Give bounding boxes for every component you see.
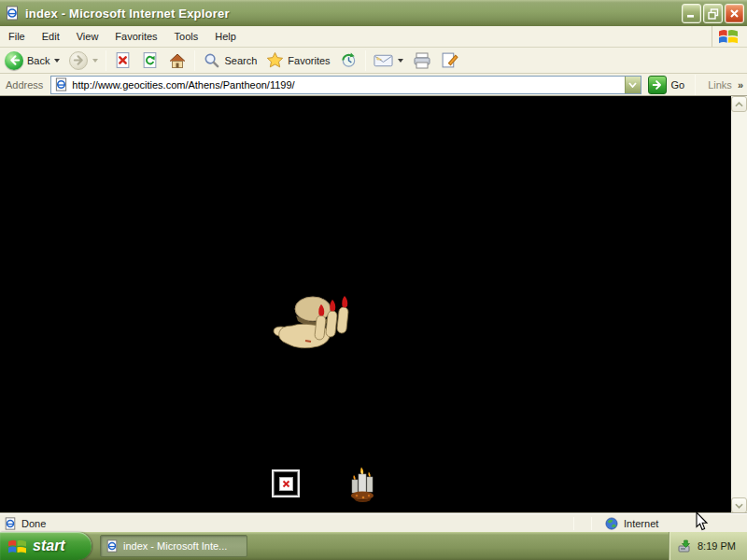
status-bar: Done Internet [0, 513, 747, 532]
security-zone: Internet [605, 514, 658, 533]
menu-bar: File Edit View Favorites Tools Help [0, 26, 747, 48]
address-label: Address [6, 79, 43, 91]
address-dropdown-button[interactable] [625, 77, 641, 93]
search-icon [203, 51, 220, 69]
back-icon [5, 51, 23, 70]
menu-file[interactable]: File [0, 28, 34, 45]
minimize-button[interactable] [682, 4, 701, 23]
menu-favorites[interactable]: Favorites [106, 28, 165, 45]
pointing-hand-image [272, 295, 358, 355]
taskbar-task-button[interactable]: index - Microsoft Inte... [100, 535, 247, 557]
restore-button[interactable] [703, 4, 723, 23]
menu-edit[interactable]: Edit [34, 28, 68, 45]
broken-image-icon [279, 477, 293, 491]
taskbar: start index - Microsoft Inte... 8:19 PM [0, 532, 747, 560]
links-label[interactable]: Links [708, 79, 732, 91]
taskbar-clock[interactable]: 8:19 PM [698, 540, 736, 552]
scroll-down-button[interactable] [731, 497, 747, 513]
chevron-down-icon [628, 82, 637, 88]
standard-buttons-toolbar: Back [0, 48, 747, 74]
forward-dropdown-caret [92, 59, 98, 63]
back-dropdown-caret [54, 59, 60, 63]
refresh-icon [141, 51, 159, 69]
chevron-up-icon [735, 102, 743, 107]
toolbar-separator [194, 50, 195, 71]
links-chevron[interactable]: » [738, 79, 743, 91]
print-icon [413, 52, 431, 69]
windows-logo-throbber [712, 26, 743, 47]
address-separator [695, 75, 696, 95]
internet-globe-icon [605, 517, 618, 530]
forward-icon [69, 51, 88, 70]
ie-page-icon-small [54, 77, 68, 91]
vertical-scrollbar[interactable] [731, 96, 747, 513]
ie-page-icon-status [4, 517, 17, 530]
ie-page-icon [5, 6, 20, 21]
home-button[interactable] [163, 49, 191, 73]
menu-help[interactable]: Help [206, 28, 245, 45]
statusbar-separator [573, 517, 574, 530]
favorites-star-icon [266, 51, 284, 69]
ie-page-icon-task [106, 539, 119, 553]
edit-icon [441, 51, 458, 69]
address-input[interactable]: http://www.geocities.com/Athens/Pantheon… [50, 76, 641, 94]
minimize-icon [686, 8, 697, 19]
favorites-button[interactable]: Favorites [261, 49, 334, 73]
toolbar-separator [106, 50, 106, 71]
menu-tools[interactable]: Tools [166, 28, 207, 45]
zone-label: Internet [624, 518, 658, 529]
close-icon [729, 8, 740, 19]
back-label: Back [27, 55, 49, 66]
mail-icon [374, 53, 393, 68]
mouse-cursor [696, 511, 709, 531]
address-bar: Address http://www.geocities.com/Athens/… [0, 74, 747, 96]
restore-icon [708, 8, 719, 20]
history-button[interactable] [335, 49, 362, 73]
title-bar: index - Microsoft Internet Explorer [0, 0, 747, 26]
go-button[interactable] [648, 76, 667, 94]
favorites-label: Favorites [288, 55, 330, 66]
start-button[interactable]: start [0, 532, 92, 560]
edit-button[interactable] [436, 49, 463, 73]
chevron-down-icon [735, 503, 743, 509]
safely-remove-hardware-icon[interactable] [677, 539, 692, 553]
go-arrow-icon [652, 79, 663, 91]
mail-dropdown-caret [398, 59, 403, 63]
refresh-button[interactable] [136, 49, 163, 73]
search-label: Search [224, 55, 257, 66]
print-button[interactable] [408, 49, 436, 73]
mail-button[interactable] [369, 49, 408, 73]
system-tray: 8:19 PM [669, 532, 747, 560]
browser-viewport [0, 96, 731, 513]
address-url: http://www.geocities.com/Athens/Pantheon… [72, 79, 294, 91]
stop-icon [114, 51, 132, 69]
menu-view[interactable]: View [68, 28, 107, 45]
forward-button[interactable] [64, 49, 103, 73]
toolbar-separator [365, 50, 366, 71]
scroll-up-button[interactable] [731, 96, 747, 112]
back-button[interactable]: Back [0, 49, 64, 73]
search-button[interactable]: Search [198, 49, 261, 73]
burning-candles-image [349, 467, 375, 502]
go-label[interactable]: Go [671, 79, 685, 91]
windows-flag-icon [7, 538, 27, 555]
start-label: start [33, 538, 65, 554]
stop-button[interactable] [109, 49, 136, 73]
window-title: index - Microsoft Internet Explorer [25, 7, 230, 21]
statusbar-separator [591, 517, 592, 530]
close-button[interactable] [725, 4, 744, 23]
home-icon [168, 52, 187, 69]
desktop-screen: index - Microsoft Internet Explorer File… [0, 0, 747, 560]
broken-image-placeholder [272, 469, 300, 497]
windows-flag-icon [717, 27, 740, 46]
task-label: index - Microsoft Inte... [123, 540, 227, 552]
status-text: Done [21, 518, 46, 529]
history-icon [340, 51, 358, 69]
